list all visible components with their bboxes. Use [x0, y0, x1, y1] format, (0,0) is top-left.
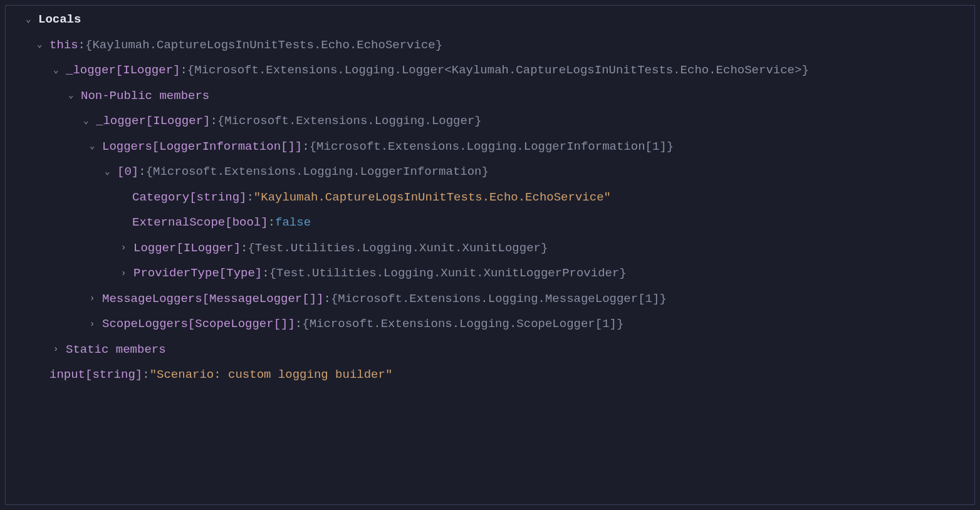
variable-name: Category: [132, 189, 189, 207]
tree-row[interactable]: Category [string]: "Kaylumah.CaptureLogs…: [6, 185, 974, 211]
tree-row[interactable]: ExternalScope [bool]: false: [6, 210, 974, 236]
variable-name: ScopeLoggers: [102, 315, 188, 333]
variable-name: [0]: [117, 163, 138, 181]
colon: :: [210, 112, 217, 130]
variable-value: {Test.Utilities.Logging.Xunit.XunitLogge…: [248, 239, 548, 258]
variable-type: [Type]: [219, 264, 262, 283]
variable-type: [ILogger]: [116, 61, 180, 80]
tree-row[interactable]: ›Static members: [6, 337, 974, 363]
chevron-right-icon[interactable]: ›: [53, 343, 65, 356]
tree-row[interactable]: ›ProviderType [Type]: {Test.Utilities.Lo…: [6, 261, 974, 286]
variable-type: [string]: [85, 366, 142, 384]
colon: :: [241, 239, 248, 258]
chevron-down-icon[interactable]: ⌄: [37, 38, 48, 51]
colon: :: [262, 264, 269, 283]
colon: :: [142, 366, 149, 384]
colon: :: [180, 61, 187, 80]
chevron-right-icon[interactable]: ›: [121, 241, 132, 254]
colon: :: [246, 189, 253, 207]
tree-row[interactable]: ›ScopeLoggers [ScopeLogger[]]: {Microsof…: [6, 311, 974, 337]
chevron-spacer: [37, 368, 48, 382]
tree-body: ⌄this: {Kaylumah.CaptureLogsInUnitTests.…: [6, 33, 974, 388]
tree-row[interactable]: ⌄Non-Public members: [6, 83, 974, 109]
variable-type: [string]: [189, 189, 246, 207]
chevron-down-icon[interactable]: ⌄: [68, 89, 80, 102]
tree-row[interactable]: ⌄_logger [ILogger]: {Microsoft.Extension…: [6, 108, 974, 134]
variable-name: this: [50, 36, 78, 55]
chevron-down-icon[interactable]: ⌄: [53, 64, 65, 77]
variable-type: [bool]: [225, 214, 268, 232]
variable-type: [ILogger]: [176, 239, 241, 258]
variable-type: [ScopeLogger[]]: [188, 315, 295, 333]
variable-value: "Kaylumah.CaptureLogsInUnitTests.Echo.Ec…: [254, 189, 611, 207]
variable-value: false: [275, 214, 311, 232]
variable-name: ProviderType: [133, 264, 219, 283]
variable-name: _logger: [96, 112, 146, 130]
chevron-right-icon[interactable]: ›: [90, 292, 101, 305]
tree-row[interactable]: ⌄this: {Kaylumah.CaptureLogsInUnitTests.…: [6, 33, 974, 58]
panel-title: Locals: [38, 11, 81, 29]
variable-name: Static members: [66, 341, 166, 359]
chevron-down-icon[interactable]: ⌄: [83, 115, 95, 128]
colon: :: [302, 138, 309, 156]
variable-name: Loggers: [102, 138, 152, 156]
variable-value: {Microsoft.Extensions.Logging.LoggerInfo…: [310, 138, 674, 156]
variable-name: input: [50, 366, 85, 384]
variable-value: "Scenario: custom logging builder": [150, 366, 393, 384]
tree-row[interactable]: ›Logger [ILogger]: {Test.Utilities.Loggi…: [6, 236, 974, 261]
variable-name: Non-Public members: [81, 87, 209, 105]
variable-value: {Microsoft.Extensions.Logging.Logger}: [217, 112, 482, 130]
variable-value: {Test.Utilities.Logging.Xunit.XunitLogge…: [269, 264, 627, 283]
variable-value: {Microsoft.Extensions.Logging.Logger<Kay…: [187, 61, 809, 80]
variable-name: ExternalScope: [132, 214, 225, 232]
variable-value: {Microsoft.Extensions.Logging.MessageLog…: [331, 290, 667, 308]
chevron-down-icon[interactable]: ⌄: [105, 165, 116, 179]
variable-name: _logger: [66, 61, 116, 80]
locals-panel: ⌄ Locals ⌄this: {Kaylumah.CaptureLogsInU…: [5, 5, 975, 505]
variable-value: {Microsoft.Extensions.Logging.LoggerInfo…: [146, 163, 489, 181]
chevron-right-icon[interactable]: ›: [121, 267, 132, 280]
chevron-down-icon[interactable]: ⌄: [90, 140, 101, 153]
chevron-right-icon[interactable]: ›: [90, 318, 101, 331]
tree-row[interactable]: ⌄Loggers [LoggerInformation[]]: {Microso…: [6, 134, 974, 160]
variable-value: {Kaylumah.CaptureLogsInUnitTests.Echo.Ec…: [85, 36, 442, 55]
variable-type: [MessageLogger[]]: [202, 290, 324, 308]
variable-name: Logger: [133, 239, 176, 258]
colon: :: [323, 290, 330, 308]
colon: :: [295, 315, 302, 333]
tree-row[interactable]: input [string]: "Scenario: custom loggin…: [6, 362, 974, 388]
panel-header[interactable]: ⌄ Locals: [6, 7, 974, 33]
variable-value: {Microsoft.Extensions.Logging.ScopeLogge…: [302, 315, 623, 333]
colon: :: [138, 163, 145, 181]
chevron-down-icon[interactable]: ⌄: [26, 13, 37, 26]
colon: :: [78, 36, 85, 55]
tree-row[interactable]: ›MessageLoggers [MessageLogger[]]: {Micr…: [6, 286, 974, 312]
variable-type: [ILogger]: [146, 112, 211, 130]
colon: :: [268, 214, 275, 232]
tree-row[interactable]: ⌄[0]: {Microsoft.Extensions.Logging.Logg…: [6, 159, 974, 185]
variable-name: MessageLoggers: [102, 290, 202, 308]
tree-row[interactable]: ⌄_logger [ILogger]: {Microsoft.Extension…: [6, 58, 974, 83]
variable-type: [LoggerInformation[]]: [152, 138, 302, 156]
